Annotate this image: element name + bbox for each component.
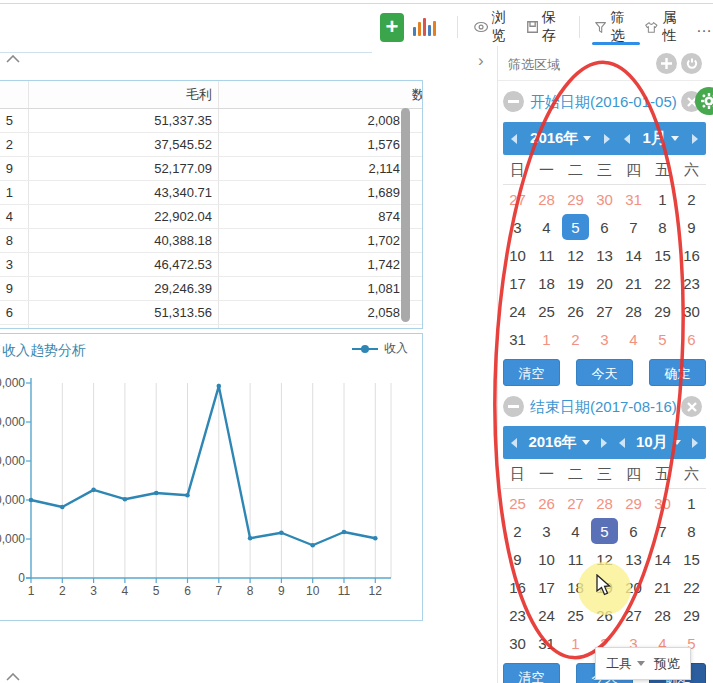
calendar-day[interactable]: 27: [503, 185, 532, 213]
calendar-day[interactable]: 27: [590, 297, 619, 325]
calendar-day[interactable]: 4: [532, 213, 561, 241]
chevron-up-icon[interactable]: [6, 673, 20, 681]
calendar-day[interactable]: 10: [503, 241, 532, 269]
calendar-day[interactable]: 17: [503, 269, 532, 297]
prev-month-icon[interactable]: [619, 438, 625, 448]
calendar-day[interactable]: 10: [532, 545, 561, 573]
calendar-day[interactable]: 14: [619, 241, 648, 269]
calendar-day[interactable]: 12: [561, 241, 590, 269]
table-row[interactable]: 552,130.351,984: [0, 325, 422, 329]
calendar-day[interactable]: 5: [648, 325, 677, 353]
calendar-day[interactable]: 21: [648, 573, 677, 601]
calendar-day[interactable]: 30: [590, 185, 619, 213]
table-row[interactable]: 346,472.531,742: [0, 253, 422, 277]
calendar-day[interactable]: 30: [648, 489, 677, 517]
remove-filter-button[interactable]: [681, 396, 702, 417]
calendar-day[interactable]: 26: [532, 489, 561, 517]
calendar-day[interactable]: 28: [590, 489, 619, 517]
calendar-day[interactable]: 13: [619, 545, 648, 573]
calendar-day[interactable]: 31: [503, 325, 532, 353]
next-month-icon[interactable]: [692, 438, 698, 448]
calendar-day[interactable]: 31: [532, 629, 561, 657]
calendar-day[interactable]: 22: [648, 269, 677, 297]
calendar-day[interactable]: 1: [648, 185, 677, 213]
calendar-day[interactable]: 4: [619, 325, 648, 353]
preview-menu-item[interactable]: 预览: [654, 655, 680, 673]
calendar-day[interactable]: 8: [677, 517, 706, 545]
properties-button[interactable]: 属性: [645, 8, 683, 46]
calendar-day[interactable]: 17: [532, 573, 561, 601]
calendar-day[interactable]: 29: [619, 489, 648, 517]
year-dropdown[interactable]: 2016年: [528, 433, 589, 452]
calendar-day[interactable]: 8: [648, 213, 677, 241]
chart-type-icon[interactable]: [413, 18, 438, 36]
calendar-day[interactable]: 7: [648, 517, 677, 545]
browse-button[interactable]: 浏览: [474, 8, 513, 46]
table-header-id[interactable]: [0, 81, 29, 108]
calendar-day[interactable]: 22: [677, 573, 706, 601]
settings-badge[interactable]: [695, 87, 713, 115]
collapse-section-button[interactable]: [503, 91, 524, 112]
calendar-day[interactable]: 16: [503, 573, 532, 601]
table-row[interactable]: 952,177.092,114: [0, 157, 422, 181]
save-button[interactable]: 保存: [527, 8, 563, 46]
collapse-section-button[interactable]: [503, 396, 524, 417]
calendar-day[interactable]: 5: [590, 517, 619, 545]
calendar-day[interactable]: 9: [677, 213, 706, 241]
calendar-day[interactable]: 26: [561, 297, 590, 325]
calendar-day[interactable]: 6: [619, 517, 648, 545]
prev-year-icon[interactable]: [511, 438, 517, 448]
calendar-button[interactable]: 今天: [576, 359, 633, 386]
toggle-filters-button[interactable]: [681, 53, 702, 74]
tools-menu-item[interactable]: 工具: [606, 655, 645, 673]
table-row[interactable]: 143,340.711,689: [0, 181, 422, 205]
calendar-day[interactable]: 29: [561, 185, 590, 213]
table-row[interactable]: 237,545.521,576: [0, 133, 422, 157]
filter-button[interactable]: 筛选: [595, 8, 631, 46]
calendar-day[interactable]: 18: [532, 269, 561, 297]
calendar-day[interactable]: 9: [503, 545, 532, 573]
calendar-day[interactable]: 20: [590, 269, 619, 297]
calendar-day[interactable]: 4: [561, 517, 590, 545]
next-year-icon[interactable]: [604, 134, 610, 144]
calendar-day[interactable]: 28: [532, 185, 561, 213]
calendar-day[interactable]: 29: [677, 601, 706, 629]
calendar-day[interactable]: 6: [677, 325, 706, 353]
calendar-day[interactable]: 15: [677, 545, 706, 573]
next-month-icon[interactable]: [692, 134, 698, 144]
calendar-day[interactable]: 25: [532, 297, 561, 325]
calendar-day[interactable]: 28: [648, 601, 677, 629]
calendar-day[interactable]: 29: [648, 297, 677, 325]
calendar-day[interactable]: 5: [561, 213, 590, 241]
table-row[interactable]: 651,313.562,058: [0, 301, 422, 325]
calendar-button[interactable]: 清空: [503, 663, 560, 683]
calendar-day[interactable]: 1: [677, 489, 706, 517]
calendar-day[interactable]: 21: [619, 269, 648, 297]
month-dropdown[interactable]: 10月: [636, 433, 681, 452]
month-dropdown[interactable]: 1月: [643, 129, 679, 148]
calendar-day[interactable]: 24: [532, 601, 561, 629]
calendar-day[interactable]: 7: [619, 213, 648, 241]
table-scrollbar[interactable]: [401, 108, 410, 322]
calendar-day[interactable]: 30: [503, 629, 532, 657]
calendar-day[interactable]: 1: [532, 325, 561, 353]
calendar-day[interactable]: 2: [677, 185, 706, 213]
calendar-day[interactable]: 19: [561, 269, 590, 297]
panel-collapse-chevron[interactable]: ›: [478, 51, 484, 71]
calendar-day[interactable]: 27: [561, 489, 590, 517]
calendar-day[interactable]: 23: [503, 601, 532, 629]
calendar-day[interactable]: 13: [590, 241, 619, 269]
calendar-day[interactable]: 6: [590, 213, 619, 241]
table-row[interactable]: 840,388.181,702: [0, 229, 422, 253]
next-year-icon[interactable]: [601, 438, 607, 448]
add-filter-button[interactable]: [656, 53, 677, 74]
calendar-day[interactable]: 3: [532, 517, 561, 545]
calendar-day[interactable]: 14: [648, 545, 677, 573]
calendar-day[interactable]: 2: [503, 517, 532, 545]
calendar-button[interactable]: 清空: [503, 359, 560, 386]
calendar-day[interactable]: 1: [561, 629, 590, 657]
calendar-day[interactable]: 2: [561, 325, 590, 353]
prev-year-icon[interactable]: [511, 134, 517, 144]
calendar-day[interactable]: 16: [677, 241, 706, 269]
calendar-day[interactable]: 15: [648, 241, 677, 269]
